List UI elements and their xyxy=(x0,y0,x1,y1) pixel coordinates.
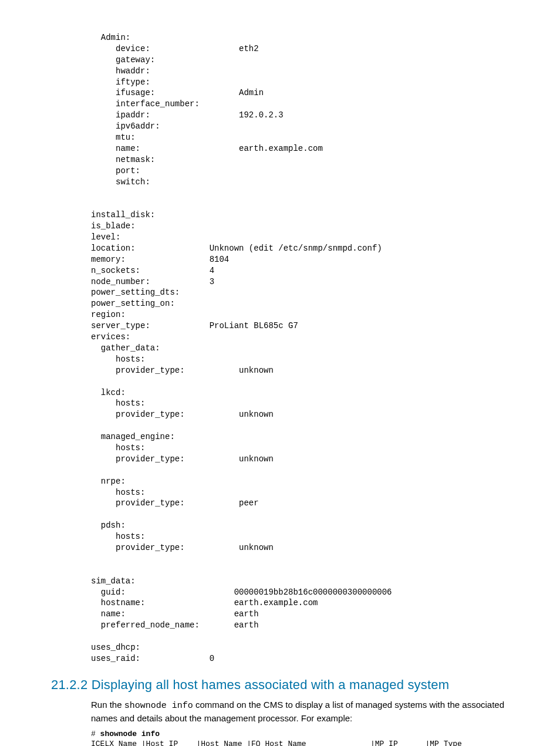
section-title: Displaying all host hames associated wit… xyxy=(92,677,450,692)
inline-command: shownode info xyxy=(124,701,193,711)
config-output-block: Admin: device: eth2 gateway: hwaddr: ift… xyxy=(91,32,507,664)
section-number: 21.2.2 xyxy=(51,677,87,692)
example-prompt: # xyxy=(91,730,100,738)
example-header-row: ICELX Name |Host IP |Host Name |FQ Host … xyxy=(91,740,462,746)
example-block: # shownode info ICELX Name |Host IP |Hos… xyxy=(91,729,507,746)
section-heading: 21.2.2 Displaying all host hames associa… xyxy=(51,677,507,693)
example-command: shownode info xyxy=(100,730,160,738)
body-prefix: Run the xyxy=(91,700,124,710)
body-paragraph: Run the shownode info command on the CMS… xyxy=(91,698,507,724)
